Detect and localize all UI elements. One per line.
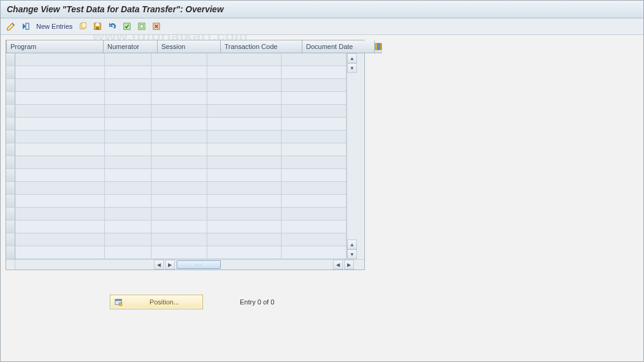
horizontal-scrollbar[interactable]: ◀ ▶ ∙∙∙ ◀ ▶ <box>6 259 364 270</box>
cell-session[interactable] <box>151 233 207 246</box>
new-entries-button[interactable]: New Entries <box>35 23 74 30</box>
cell-tcode[interactable] <box>207 182 282 195</box>
cell-session[interactable] <box>151 79 207 92</box>
row-selector[interactable] <box>6 246 15 259</box>
cell-program[interactable] <box>15 143 105 156</box>
row-selector[interactable] <box>6 208 15 221</box>
select-icon[interactable] <box>20 21 31 32</box>
cell-tcode[interactable] <box>207 195 282 208</box>
cell-numerator[interactable] <box>105 221 151 233</box>
scroll-right-icon[interactable]: ▶ <box>344 260 354 270</box>
cell-numerator[interactable] <box>105 208 151 221</box>
cell-tcode[interactable] <box>207 143 282 156</box>
row-selector[interactable] <box>6 156 15 169</box>
cell-docdate[interactable] <box>282 221 347 233</box>
cell-program[interactable] <box>15 208 105 221</box>
cell-numerator[interactable] <box>105 92 151 105</box>
cell-numerator[interactable] <box>105 105 151 118</box>
cell-session[interactable] <box>151 156 207 169</box>
cell-tcode[interactable] <box>207 92 282 105</box>
cell-docdate[interactable] <box>282 233 347 246</box>
cell-docdate[interactable] <box>282 79 347 92</box>
scroll-left-step-icon[interactable]: ◀ <box>333 260 343 270</box>
cell-docdate[interactable] <box>282 130 347 143</box>
cell-program[interactable] <box>15 130 105 143</box>
cell-session[interactable] <box>151 118 207 130</box>
row-selector[interactable] <box>6 79 15 92</box>
cell-tcode[interactable] <box>207 130 282 143</box>
cell-tcode[interactable] <box>207 246 282 259</box>
cell-numerator[interactable] <box>105 246 151 259</box>
row-selector[interactable] <box>6 92 15 105</box>
scroll-left-icon[interactable]: ◀ <box>154 260 164 270</box>
row-selector[interactable] <box>6 130 15 143</box>
row-selector[interactable] <box>6 221 15 233</box>
cell-docdate[interactable] <box>282 118 347 130</box>
cell-tcode[interactable] <box>207 233 282 246</box>
row-selector[interactable] <box>6 195 15 208</box>
cell-program[interactable] <box>15 246 105 259</box>
cell-tcode[interactable] <box>207 79 282 92</box>
delete-icon[interactable] <box>151 21 162 32</box>
cell-numerator[interactable] <box>105 53 151 66</box>
change-icon[interactable] <box>6 21 17 32</box>
cell-docdate[interactable] <box>282 143 347 156</box>
cell-tcode[interactable] <box>207 105 282 118</box>
row-selector[interactable] <box>6 233 15 246</box>
position-button[interactable]: Position... <box>110 295 203 309</box>
cell-program[interactable] <box>15 53 105 66</box>
cell-program[interactable] <box>15 118 105 130</box>
cell-docdate[interactable] <box>282 53 347 66</box>
cell-numerator[interactable] <box>105 143 151 156</box>
cell-session[interactable] <box>151 208 207 221</box>
cell-docdate[interactable] <box>282 195 347 208</box>
cell-session[interactable] <box>151 246 207 259</box>
cell-program[interactable] <box>15 105 105 118</box>
cell-tcode[interactable] <box>207 208 282 221</box>
row-selector[interactable] <box>6 143 15 156</box>
cell-numerator[interactable] <box>105 182 151 195</box>
column-header-tcode[interactable]: Transaction Code <box>221 40 302 53</box>
row-selector[interactable] <box>6 105 15 118</box>
scroll-up-icon[interactable]: ▲ <box>347 53 357 63</box>
cell-docdate[interactable] <box>282 182 347 195</box>
cell-program[interactable] <box>15 66 105 79</box>
cell-program[interactable] <box>15 79 105 92</box>
row-selector[interactable] <box>6 66 15 79</box>
scroll-up-step-icon[interactable]: ▲ <box>347 239 357 249</box>
scroll-down-step-icon[interactable]: ▼ <box>347 63 357 73</box>
cell-numerator[interactable] <box>105 79 151 92</box>
row-selector[interactable] <box>6 118 15 130</box>
cell-docdate[interactable] <box>282 105 347 118</box>
cell-tcode[interactable] <box>207 118 282 130</box>
undo-icon[interactable] <box>107 21 118 32</box>
cell-docdate[interactable] <box>282 66 347 79</box>
deselect-all-icon[interactable] <box>136 21 147 32</box>
cell-session[interactable] <box>151 143 207 156</box>
cell-numerator[interactable] <box>105 130 151 143</box>
row-selector[interactable] <box>6 169 15 182</box>
cell-numerator[interactable] <box>105 169 151 182</box>
cell-tcode[interactable] <box>207 66 282 79</box>
cell-tcode[interactable] <box>207 53 282 66</box>
cell-program[interactable] <box>15 92 105 105</box>
select-all-icon[interactable] <box>121 21 132 32</box>
cell-numerator[interactable] <box>105 66 151 79</box>
cell-session[interactable] <box>151 53 207 66</box>
column-header-session[interactable]: Session <box>158 40 221 53</box>
scroll-down-icon[interactable]: ▼ <box>347 249 357 259</box>
copy-icon[interactable] <box>77 21 88 32</box>
cell-numerator[interactable] <box>105 233 151 246</box>
cell-program[interactable] <box>15 156 105 169</box>
cell-docdate[interactable] <box>282 156 347 169</box>
cell-session[interactable] <box>151 182 207 195</box>
cell-program[interactable] <box>15 195 105 208</box>
cell-tcode[interactable] <box>207 156 282 169</box>
cell-session[interactable] <box>151 130 207 143</box>
row-selector[interactable] <box>6 182 15 195</box>
cell-session[interactable] <box>151 66 207 79</box>
cell-program[interactable] <box>15 169 105 182</box>
cell-docdate[interactable] <box>282 92 347 105</box>
cell-session[interactable] <box>151 169 207 182</box>
cell-numerator[interactable] <box>105 118 151 130</box>
